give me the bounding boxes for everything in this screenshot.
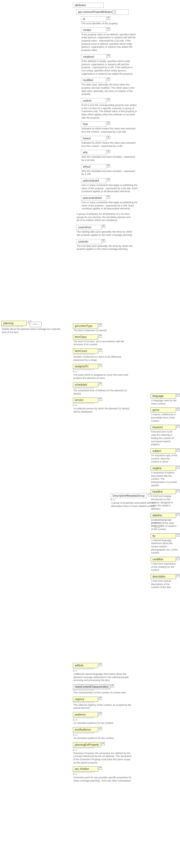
- expand-icon[interactable]: +: [107, 195, 110, 198]
- coversto-box[interactable]: coversto: [76, 239, 101, 244]
- expand-icon[interactable]: +: [102, 239, 105, 242]
- expand-icon[interactable]: +: [99, 766, 102, 770]
- description-box[interactable]: description: [151, 574, 176, 579]
- expand-icon[interactable]: +: [177, 513, 180, 516]
- element-why: why+Why the metadata has been included -…: [81, 150, 138, 162]
- expand-icon[interactable]: +: [177, 394, 180, 397]
- planning-element[interactable]: planning: [1, 321, 27, 326]
- creator-box[interactable]: creator: [81, 28, 106, 33]
- expand-icon[interactable]: +: [177, 557, 180, 560]
- element-modified: modified+The date (and, optionally, the …: [81, 78, 138, 96]
- description: An excluded audience for the content.: [73, 737, 133, 740]
- service-box[interactable]: service: [73, 398, 98, 403]
- expand-icon[interactable]: +: [107, 122, 110, 125]
- headline-box[interactable]: headline: [151, 489, 176, 494]
- scheduled-box[interactable]: scheduled: [73, 382, 98, 387]
- expand-icon[interactable]: +: [101, 742, 105, 745]
- how-box[interactable]: how: [81, 122, 106, 127]
- expand-icon[interactable]: +: [99, 696, 102, 700]
- expand-icon[interactable]: +: [107, 150, 110, 153]
- expand-icon[interactable]: +: [177, 574, 180, 577]
- element-assignedTo: assignedTo+0..∞The party which is assign…: [73, 364, 138, 380]
- element-edNote: edNote+0..∞Additional natural language i…: [73, 663, 143, 682]
- element-id: id+The local identifier of the property.: [81, 17, 138, 25]
- howuri-box[interactable]: howuri: [81, 136, 106, 141]
- whyuri-box[interactable]: whyuri: [81, 164, 106, 169]
- element-howuri: howuri+Indicates by which means the valu…: [81, 136, 138, 148]
- element-creatoruri: creatoruri+If the attribute is empty, sp…: [81, 54, 138, 75]
- expand-icon[interactable]: +: [177, 489, 180, 492]
- custom-box[interactable]: custom: [81, 98, 106, 103]
- element-headline: headline+A brief and snappy introduction…: [151, 489, 180, 510]
- audience-box[interactable]: audience: [73, 712, 98, 717]
- expand-icon[interactable]: +: [99, 712, 102, 715]
- expand-icon[interactable]: +: [107, 78, 110, 81]
- language-box[interactable]: language: [151, 394, 176, 399]
- description: Additional natural language information …: [73, 673, 133, 682]
- keyword-box[interactable]: keyword: [151, 425, 176, 430]
- expand-icon[interactable]: +: [99, 323, 102, 327]
- urgency-box[interactable]: urgency: [73, 696, 98, 702]
- expand-icon[interactable]: +: [177, 448, 180, 452]
- coversfrom-box[interactable]: coversfrom: [76, 225, 101, 230]
- expand-icon[interactable]: +: [99, 398, 102, 401]
- g2contentType-box[interactable]: g2contentType: [73, 323, 98, 329]
- occurrence: 0..∞: [73, 749, 143, 751]
- expand-icon[interactable]: +: [102, 225, 105, 228]
- expand-icon[interactable]: +: [107, 54, 110, 57]
- exclAudience-box[interactable]: exclAudience: [73, 727, 98, 732]
- expand-icon[interactable]: +: [107, 178, 110, 181]
- expand-icon[interactable]: +: [107, 98, 110, 101]
- newsContentCharacteristics-box[interactable]: newsContentCharacteristics: [73, 684, 110, 689]
- assignedTo-box[interactable]: assignedTo: [73, 364, 98, 369]
- expand-icon[interactable]: +: [111, 684, 114, 687]
- expand-icon[interactable]: +: [99, 663, 102, 666]
- any ##other-box[interactable]: any ##other: [73, 766, 98, 772]
- description: An intended audience for the content.: [73, 722, 133, 725]
- creditline-box[interactable]: creditline: [151, 557, 176, 562]
- creatoruri-box[interactable]: creatoruri: [81, 54, 106, 59]
- expand-icon[interactable]: +: [99, 727, 102, 730]
- dmg-element[interactable]: DescriptiveMetadataGroup: [111, 493, 147, 498]
- expand-icon[interactable]: −: [112, 10, 116, 14]
- description: A free-form textual description of the c…: [151, 580, 178, 589]
- expand-icon[interactable]: +: [99, 348, 102, 352]
- description: A free-form expression of the credit(s) …: [151, 562, 178, 572]
- group-header: grp commonPowerAttributes−: [76, 9, 128, 15]
- itemClass-box[interactable]: itemClass: [73, 334, 98, 340]
- itemCount-box[interactable]: itemCount: [73, 348, 98, 353]
- modified-box[interactable]: modified: [81, 78, 106, 83]
- expand-icon[interactable]: +: [177, 425, 180, 428]
- description: Number of planned G2 items to be deliver…: [73, 355, 133, 362]
- id-box[interactable]: id: [81, 17, 106, 22]
- expand-icon[interactable]: +: [99, 334, 102, 338]
- occurrence: 0..∞: [73, 404, 138, 407]
- edNote-box[interactable]: edNote: [73, 663, 98, 668]
- pubconstrainturi-box[interactable]: pubconstrainturi: [81, 195, 106, 200]
- slugline-box[interactable]: slugline: [151, 466, 176, 471]
- expand-icon[interactable]: +: [99, 382, 102, 385]
- why-box[interactable]: why: [81, 150, 106, 155]
- description: If set to true the corresponding propert…: [81, 104, 138, 119]
- subject-box[interactable]: subject: [151, 448, 176, 454]
- expand-icon[interactable]: +: [107, 164, 110, 167]
- element-g2contentType: g2contentType+The kind of planned G2 ite…: [73, 323, 138, 332]
- description: The end date (and optionally, the time) …: [76, 245, 136, 251]
- planningExtProperty-box[interactable]: planningExtProperty: [73, 742, 101, 747]
- expand-icon[interactable]: +: [177, 466, 180, 469]
- expand-icon[interactable]: +: [107, 136, 110, 139]
- expand-icon[interactable]: +: [107, 28, 110, 31]
- expand-icon[interactable]: +: [99, 364, 102, 367]
- genre-box[interactable]: genre: [151, 407, 176, 412]
- description: The scheduled time of delivery for the p…: [73, 389, 133, 395]
- planning-desc: Details about the planned news coverage …: [1, 328, 61, 334]
- dateline-box[interactable]: dateline: [151, 513, 176, 518]
- by-box[interactable]: by: [151, 533, 176, 538]
- attr-header-label: attributes: [75, 4, 86, 7]
- description: Extension Property: the semantics are de…: [73, 752, 133, 765]
- expand-icon[interactable]: +: [107, 17, 110, 20]
- expand-icon[interactable]: +: [177, 407, 180, 411]
- description: Free-text term to be used for indexing o…: [151, 430, 178, 446]
- expand-icon[interactable]: +: [177, 533, 180, 536]
- pubconstraint-box[interactable]: pubconstraint: [81, 178, 106, 183]
